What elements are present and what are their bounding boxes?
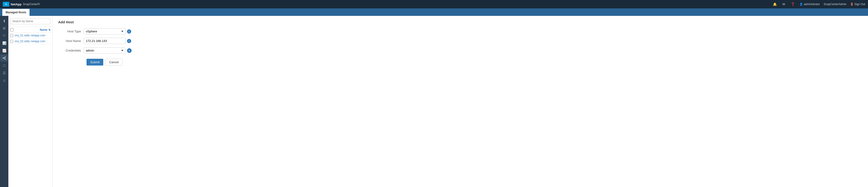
cancel-button[interactable]: Cancel [105,59,122,65]
sidebar-item-monitor[interactable]: 📈 [0,47,8,54]
sidebar-item-topology[interactable]: ⬡ [0,62,8,69]
user-info: 👤 administrator [799,3,820,6]
main-content: Add Host Host Type vSphere Windows Linux… [53,16,868,187]
sidebar-item-hosts[interactable] [0,55,8,61]
netapp-logo: N NetApp SnapCenter® [3,2,40,6]
host1-checkbox[interactable] [10,34,13,37]
add-credentials-button[interactable]: + [127,48,132,53]
managed-hosts-tab-label: Managed Hosts [6,11,26,14]
host1-link[interactable]: ora_01.sddc.netapp.com [14,34,45,37]
sub-nav: Managed Hosts [0,8,868,16]
logo-box: N [3,2,9,6]
name-column-header[interactable]: Name ⇅ [40,28,51,31]
sidebar-item-settings[interactable]: ☰ [0,70,8,77]
credentials-input-wrap: admin root + [84,47,132,54]
list-item: ora_02.sddc.netapp.com [8,38,52,44]
search-input[interactable] [10,18,51,24]
top-bar-right: 🔔 ✉ ❓ 👤 administrator SnapCenterAdmin 🚪 … [772,2,865,6]
host-type-label: Host Type [58,30,84,33]
sort-icon: ⇅ [49,28,51,31]
brand-area: N NetApp SnapCenter® [3,2,40,6]
top-bar: N NetApp SnapCenter® 🔔 ✉ ❓ 👤 administrat… [0,0,868,8]
notification-bell-button[interactable]: 🔔 [772,2,778,6]
username-label: administrator [804,3,820,6]
form-actions: Submit Cancel [87,59,862,65]
sidebar-item-reports[interactable]: 📊 [0,39,8,47]
host-type-select[interactable]: vSphere Windows Linux AIX Solaris HP-UX [84,28,126,34]
svg-point-2 [5,58,6,59]
product-name: SnapCenter® [23,3,40,6]
host-name-info-icon[interactable]: i [127,39,131,43]
sidebar-item-protection[interactable]: 🛡 [0,32,8,39]
submit-button[interactable]: Submit [87,59,103,65]
sidebar-item-alerts[interactable]: ⚠ [0,77,8,84]
credentials-select[interactable]: admin root [84,47,126,54]
logo-text: NetApp [11,3,22,6]
svg-point-0 [3,58,4,58]
user-icon: 👤 [799,3,803,6]
sidebar-item-apps[interactable]: ⊞ [0,25,8,32]
form-title: Add Host [58,20,862,24]
panel-sidebar: Name ⇅ ora_01.sddc.netapp.com ora_02.sdd… [8,16,53,187]
credentials-label: Credentials [58,49,84,52]
host-type-info-icon[interactable]: i [127,29,131,33]
host-type-input-wrap: vSphere Windows Linux AIX Solaris HP-UX … [84,28,131,34]
sign-out-icon: 🚪 [850,3,854,6]
host-name-input-wrap: i [84,38,131,44]
tenant-label: SnapCenterAdmin [824,3,846,6]
name-column-label: Name [40,28,48,31]
svg-point-1 [5,57,6,58]
host-name-input[interactable] [84,38,126,44]
host2-checkbox[interactable] [10,40,13,43]
mail-button[interactable]: ✉ [781,2,786,6]
icon-sidebar: ❮ ⊞ 🛡 📊 📈 ⬡ ☰ ⚠ [0,16,8,187]
host-name-group: Host Name i [58,38,862,44]
help-button[interactable]: ❓ [790,2,796,6]
managed-hosts-tab[interactable]: Managed Hosts [2,8,30,16]
list-header: Name ⇅ [8,27,52,33]
host-type-group: Host Type vSphere Windows Linux AIX Sola… [58,28,862,34]
select-all-checkbox[interactable] [10,28,13,31]
list-item: ora_01.sddc.netapp.com [8,33,52,38]
main-layout: ❮ ⊞ 🛡 📊 📈 ⬡ ☰ ⚠ Name ⇅ ora_01.sddc.netap… [0,16,868,187]
sign-out-label: Sign Out [854,3,865,6]
host2-link[interactable]: ora_02.sddc.netapp.com [14,39,45,43]
svg-line-3 [4,57,5,58]
credentials-group: Credentials admin root + [58,47,862,54]
search-box-area [8,16,52,27]
host-name-label: Host Name [58,39,84,43]
sign-out-button[interactable]: 🚪 Sign Out [850,3,865,6]
svg-line-4 [4,58,5,59]
sidebar-collapse-button[interactable]: ❮ [0,17,8,24]
